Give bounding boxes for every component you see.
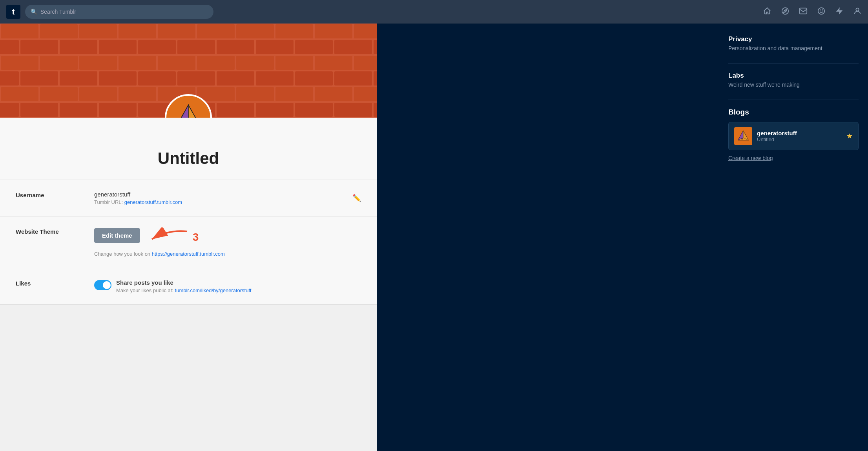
bolt-icon[interactable] [835,7,844,17]
svg-marker-15 [188,105,201,118]
likes-url-link[interactable]: tumblr.com/liked/by/generatorstuff [175,287,252,293]
mail-icon[interactable] [799,7,808,17]
main-layout: Untitled Username generatorstuff Tumblr … [0,24,868,451]
username-label: Username [16,191,94,198]
tumblr-url-link[interactable]: generatorstuff.tumblr.com [124,199,182,205]
toggle-text: Share posts you like Make your likes pub… [116,279,251,293]
compass-icon[interactable] [781,7,790,17]
profile-header [0,24,377,118]
privacy-section: Privacy Personalization and data managem… [728,35,859,53]
likes-row: Likes Share posts you like Make your lik… [0,268,377,305]
edit-pencil-icon[interactable]: ✏️ [352,194,361,202]
website-theme-row: Website Theme Edit theme [0,216,377,268]
settings-section: Username generatorstuff Tumblr URL: gene… [0,180,377,305]
smiley-icon[interactable] [817,7,826,17]
blog-item-avatar [734,127,752,145]
arrow-icon [144,227,191,247]
theme-label: Website Theme [16,227,94,235]
labs-section: Labs Weird new stuff we're making [728,72,859,89]
tumblr-logo[interactable]: t [6,5,20,19]
blogs-section: Blogs generatorstuff Untitled ★ [728,108,859,161]
search-input[interactable] [40,9,208,15]
home-icon[interactable] [763,7,771,17]
labs-title[interactable]: Labs [728,72,859,80]
privacy-desc: Personalization and data management [728,45,859,53]
likes-toggle[interactable] [94,280,111,290]
theme-value-area: Edit theme 3 [94,227,361,257]
search-bar[interactable]: 🔍 [25,5,213,19]
arrow-annotation: 3 [144,227,199,247]
theme-change-url-link[interactable]: https://generatorstuff.tumblr.com [152,251,225,257]
annotation-number: 3 [193,231,199,244]
right-sidebar: Privacy Personalization and data managem… [719,24,868,451]
username-value-area: generatorstuff Tumblr URL: generatorstuf… [94,191,361,205]
blog-item-avatar-pyramid [737,129,750,143]
person-icon[interactable] [853,7,862,17]
sidebar-divider-1 [728,64,859,64]
likes-value-area: Share posts you like Make your likes pub… [94,279,361,293]
username-value: generatorstuff [94,191,361,198]
likes-sub: Make your likes public at: tumblr.com/li… [116,287,251,293]
blog-item-star-icon[interactable]: ★ [846,132,853,140]
svg-rect-2 [800,8,807,14]
theme-change-text: Change how you look on https://generator… [94,251,361,257]
edit-theme-button[interactable]: Edit theme [94,228,140,243]
nav-icons [763,7,862,17]
blog-item-subtitle: Untitled [757,136,846,142]
avatar-pyramid [173,102,204,118]
sidebar-divider-2 [728,100,859,100]
svg-point-6 [856,8,859,11]
labs-desc: Weird new stuff we're making [728,81,859,89]
toggle-row: Share posts you like Make your likes pub… [94,279,361,293]
tumblr-url: Tumblr URL: generatorstuff.tumblr.com [94,199,361,205]
create-blog-link[interactable]: Create a new blog [728,155,859,161]
svg-marker-14 [176,105,188,118]
blog-item[interactable]: generatorstuff Untitled ★ [728,122,859,150]
svg-point-1 [785,11,786,11]
svg-point-3 [818,7,825,14]
blogs-section-title: Blogs [728,108,859,116]
blog-title-area: Untitled [0,118,377,180]
likes-toggle-text: Share posts you like [116,279,251,286]
blog-item-name: generatorstuff [757,130,846,136]
search-icon: 🔍 [31,9,37,15]
svg-point-23 [742,138,743,140]
blog-title: Untitled [0,149,377,168]
privacy-title[interactable]: Privacy [728,35,859,43]
likes-label: Likes [16,279,94,287]
blog-item-info: generatorstuff Untitled [757,130,846,142]
svg-point-22 [741,138,742,140]
content-area: Untitled Username generatorstuff Tumblr … [0,24,377,451]
top-navigation: t 🔍 [0,0,868,24]
username-row: Username generatorstuff Tumblr URL: gene… [0,180,377,216]
